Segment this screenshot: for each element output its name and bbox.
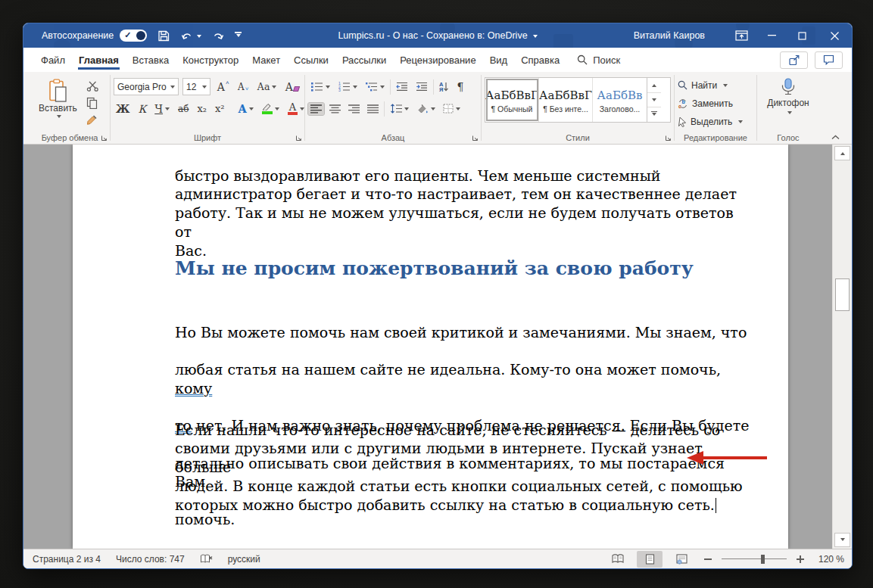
grow-font-button[interactable]: А˄ bbox=[214, 79, 231, 95]
web-layout-button[interactable] bbox=[669, 551, 694, 568]
share-button[interactable] bbox=[780, 51, 808, 69]
tab-mailings[interactable]: Рассылки bbox=[335, 50, 393, 70]
paragraph-text: Если нашли что-то интересное на сайте, н… bbox=[175, 422, 743, 513]
autosave-toggle[interactable]: ✓ bbox=[120, 30, 147, 42]
tab-layout[interactable]: Макет bbox=[245, 50, 287, 70]
tab-home[interactable]: Главная bbox=[72, 50, 126, 70]
font-size-combobox[interactable]: 12 bbox=[182, 78, 210, 95]
align-left-button[interactable] bbox=[308, 103, 324, 115]
style-heading1[interactable]: АаБбВв Заголово... bbox=[593, 78, 647, 122]
increase-indent-button[interactable] bbox=[413, 80, 430, 93]
collapse-ribbon-button[interactable] bbox=[831, 135, 840, 140]
paste-button[interactable]: Вставить bbox=[33, 76, 83, 131]
font-dialog-launcher-icon[interactable] bbox=[295, 135, 302, 142]
save-button[interactable] bbox=[157, 30, 170, 42]
minimize-button[interactable] bbox=[756, 23, 787, 48]
read-mode-button[interactable] bbox=[605, 551, 631, 568]
clipboard-small-buttons bbox=[83, 76, 101, 131]
justify-button[interactable] bbox=[365, 103, 381, 115]
language-indicator[interactable]: русский bbox=[228, 554, 260, 565]
plus-icon bbox=[797, 555, 804, 563]
replace-button[interactable]: bc Заменить bbox=[678, 96, 753, 110]
ribbon-tabs: Файл Главная Вставка Конструктор Макет С… bbox=[23, 48, 852, 72]
bold-button[interactable]: Ж bbox=[114, 101, 132, 117]
tab-file[interactable]: Файл bbox=[34, 50, 72, 70]
format-painter-icon[interactable] bbox=[86, 114, 98, 126]
tab-design[interactable]: Конструктор bbox=[176, 50, 245, 70]
shrink-font-button[interactable]: А˅ bbox=[235, 80, 251, 94]
print-layout-button[interactable] bbox=[637, 551, 663, 568]
styles-scroll-down-button[interactable] bbox=[647, 93, 661, 108]
change-case-button[interactable]: Аа bbox=[254, 79, 279, 94]
style-no-spacing[interactable]: АаБбВвГ ¶ Без инте... bbox=[539, 78, 593, 122]
sort-button[interactable]: АЯ bbox=[437, 80, 451, 94]
document-heading: Мы не просим пожертвований за свою работ… bbox=[175, 257, 765, 279]
tab-references[interactable]: Ссылки bbox=[287, 50, 335, 70]
select-button[interactable]: Выделить bbox=[678, 114, 753, 129]
scroll-down-button[interactable] bbox=[834, 533, 850, 547]
font-color-button[interactable]: А bbox=[285, 101, 307, 117]
highlight-button[interactable] bbox=[260, 101, 282, 116]
show-marks-button[interactable]: ¶ bbox=[454, 79, 466, 95]
zoom-slider[interactable] bbox=[722, 551, 787, 568]
customize-qat-button[interactable] bbox=[235, 32, 242, 39]
tab-insert[interactable]: Вставка bbox=[126, 50, 176, 70]
clipboard-dialog-launcher-icon[interactable] bbox=[101, 135, 108, 142]
align-center-button[interactable] bbox=[327, 103, 343, 115]
close-button[interactable] bbox=[817, 23, 852, 48]
word-window: Lumpics.ru - О нас - Сохранено в: OneDri… bbox=[23, 23, 853, 569]
ribbon-display-options-button[interactable] bbox=[726, 23, 756, 48]
numbering-button[interactable]: 123 bbox=[335, 80, 360, 93]
borders-button[interactable] bbox=[441, 102, 463, 115]
tab-help[interactable]: Справка bbox=[514, 50, 566, 70]
page-indicator[interactable]: Страница 2 из 4 bbox=[33, 554, 101, 565]
multilevel-list-button[interactable] bbox=[363, 80, 387, 93]
zoom-level[interactable]: 120 % bbox=[814, 554, 844, 565]
style-normal[interactable]: АаБбВвГ ¶ Обычный bbox=[485, 78, 539, 122]
redo-button[interactable] bbox=[212, 30, 224, 42]
word-count[interactable]: Число слов: 747 bbox=[116, 554, 185, 565]
vertical-scrollbar[interactable] bbox=[832, 145, 852, 549]
paragraph-dialog-launcher-icon[interactable] bbox=[472, 135, 479, 142]
undo-button[interactable] bbox=[181, 30, 201, 42]
superscript-button[interactable]: x² bbox=[213, 101, 227, 116]
styles-gallery-more-button[interactable] bbox=[647, 107, 661, 122]
zoom-in-button[interactable] bbox=[793, 551, 808, 568]
search-icon bbox=[577, 54, 588, 65]
font-name-combobox[interactable]: Georgia Pro bbox=[114, 78, 179, 95]
dictate-button[interactable]: Диктофон bbox=[760, 76, 816, 115]
cut-icon[interactable] bbox=[86, 80, 98, 92]
status-bar: Страница 2 из 4 Число слов: 747 русский … bbox=[23, 549, 852, 568]
find-button[interactable]: Найти bbox=[678, 78, 753, 92]
triangle-down-icon bbox=[652, 113, 656, 118]
bullets-button[interactable] bbox=[308, 80, 332, 93]
scroll-up-button[interactable] bbox=[834, 146, 850, 160]
proofing-icon[interactable] bbox=[200, 554, 213, 564]
zoom-slider-thumb[interactable] bbox=[761, 555, 765, 564]
subscript-button[interactable]: x₂ bbox=[195, 101, 209, 116]
user-name[interactable]: Виталий Каиров bbox=[634, 30, 705, 41]
strikethrough-button[interactable]: аб bbox=[176, 102, 191, 116]
zoom-out-button[interactable] bbox=[700, 551, 716, 568]
underline-button[interactable]: Ч bbox=[152, 101, 172, 117]
document-page[interactable]: быстро выздоравливают его пациенты. Чем … bbox=[73, 145, 788, 549]
document-title-text: Lumpics.ru - О нас - Сохранено в: OneDri… bbox=[338, 30, 527, 41]
maximize-button[interactable] bbox=[787, 23, 817, 48]
copy-icon[interactable] bbox=[86, 97, 98, 109]
styles-dialog-launcher-icon[interactable] bbox=[665, 135, 672, 142]
decrease-indent-button[interactable] bbox=[394, 80, 410, 93]
ribbon: Вставить Буфер обмена bbox=[23, 72, 852, 145]
italic-button[interactable]: К bbox=[136, 101, 148, 117]
shading-button[interactable] bbox=[414, 102, 438, 115]
align-right-button[interactable] bbox=[346, 103, 362, 115]
comments-button[interactable] bbox=[815, 51, 843, 69]
paragraph-text: быстро выздоравливают его пациенты. Чем … bbox=[175, 167, 737, 259]
scrollbar-thumb[interactable] bbox=[835, 278, 850, 311]
clear-formatting-button[interactable]: А bbox=[282, 79, 301, 95]
tab-review[interactable]: Рецензирование bbox=[393, 50, 482, 70]
tab-view[interactable]: Вид bbox=[483, 50, 515, 70]
search-box[interactable]: Поиск bbox=[577, 54, 620, 66]
line-spacing-button[interactable] bbox=[388, 102, 411, 115]
text-effects-button[interactable]: А bbox=[236, 101, 256, 117]
styles-scroll-up-button[interactable] bbox=[647, 78, 661, 93]
